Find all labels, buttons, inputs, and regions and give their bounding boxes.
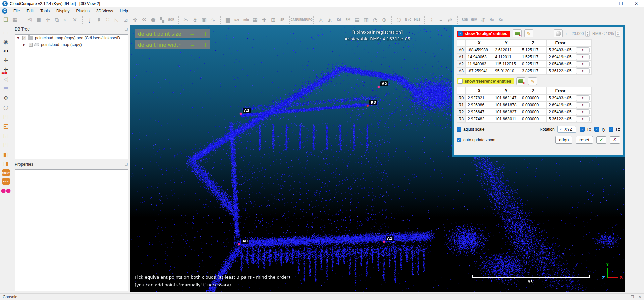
view-back-iso-icon[interactable]: BACK bbox=[2, 178, 10, 185]
table-row[interactable]: R2 2.926647 101.662827 0.000000 2.05436e… bbox=[457, 109, 592, 116]
view-bottom-icon[interactable]: ◨ bbox=[1, 159, 11, 168]
col-header-z[interactable]: Z bbox=[520, 40, 547, 47]
curve-fit-button[interactable]: ⌣ bbox=[436, 16, 445, 24]
auto-update-zoom-checkbox[interactable]: ✓ bbox=[457, 138, 461, 142]
line-width-minus-button[interactable]: − bbox=[186, 42, 195, 48]
delete-point-button[interactable]: ✗ bbox=[576, 54, 590, 60]
facet-export-button[interactable]: ◭ bbox=[325, 16, 334, 24]
db-tree-float-icon[interactable]: ❐ bbox=[125, 27, 128, 31]
table-row[interactable]: A3 -87.259941 95.912010 3.825117 5.36122… bbox=[457, 68, 592, 75]
menu-3d-views[interactable]: 3D Views bbox=[93, 8, 117, 14]
polyline-curve-button[interactable]: ≀ bbox=[427, 16, 436, 24]
zoom-magnifier-icon[interactable]: ○ bbox=[1, 103, 11, 112]
k-ramp-button[interactable]: K⇵ bbox=[496, 16, 505, 24]
show-reference-checkbox[interactable] bbox=[458, 79, 463, 84]
canupo-classify-button[interactable]: CANUPO bbox=[302, 16, 311, 24]
cancel-registration-button[interactable]: ✗ bbox=[610, 136, 620, 144]
gaussian-filter-button[interactable]: μ,σ bbox=[232, 16, 241, 24]
console-float-icon[interactable]: ❐ bbox=[631, 295, 634, 299]
pick-reference-from-entities-button[interactable] bbox=[516, 77, 525, 85]
clipping-box-button[interactable]: ▣ bbox=[200, 16, 209, 24]
view-back-icon[interactable]: ◳ bbox=[1, 140, 11, 149]
sphere-detection-button[interactable] bbox=[554, 29, 563, 37]
point-picking-button[interactable]: ✜ bbox=[130, 16, 140, 24]
hsv-to-sf-button[interactable]: HSV bbox=[469, 16, 478, 24]
scalar-field-button[interactable]: SF bbox=[278, 16, 287, 24]
kd-tree-button[interactable]: Kd bbox=[334, 16, 343, 24]
save-button[interactable]: ▦ bbox=[10, 16, 19, 24]
col-header-y[interactable]: Y bbox=[493, 40, 520, 47]
col-header-y[interactable]: Y bbox=[493, 87, 520, 95]
height-ramp-button[interactable]: ⇵ bbox=[478, 16, 487, 24]
spinner-arrows-icon[interactable]: ▲▼ bbox=[615, 31, 620, 37]
unroll-button[interactable]: ▚ bbox=[158, 16, 167, 24]
show-reference-toggle[interactable]: show 'reference' entities bbox=[457, 78, 514, 84]
pie-chart-button[interactable]: ◔ bbox=[371, 16, 380, 24]
table-row[interactable]: R0 2.927821 101.662147 0.000000 5.39483e… bbox=[457, 95, 592, 102]
open-button[interactable]: ❐ bbox=[1, 16, 10, 24]
delete-point-button[interactable]: ✗ bbox=[576, 68, 590, 74]
console-close-icon[interactable]: ✕ bbox=[639, 295, 641, 299]
visibility-checkbox[interactable]: ✓ bbox=[22, 36, 26, 40]
min-distance-button[interactable]: min bbox=[241, 16, 251, 24]
view-left-icon[interactable]: ◲ bbox=[1, 131, 11, 140]
show-to-align-toggle[interactable]: ✓ show 'to align' entities bbox=[457, 31, 510, 37]
report-page-button[interactable]: ▤ bbox=[353, 16, 362, 24]
properties-list-button[interactable]: ≣ bbox=[34, 16, 43, 24]
delete-point-button[interactable]: ✗ bbox=[576, 102, 590, 108]
col-header-x[interactable]: X bbox=[466, 87, 493, 95]
auto-pick-center-icon[interactable]: ✛auto bbox=[1, 65, 11, 74]
scissors-segment-button[interactable]: ✂ bbox=[181, 16, 191, 24]
reset-button[interactable]: reset bbox=[576, 136, 593, 144]
plugins-puzzle-button[interactable]: ⬡ bbox=[394, 16, 404, 24]
sf-arithmetic-button[interactable]: ⊞ bbox=[269, 16, 278, 24]
properties-float-icon[interactable]: ❐ bbox=[125, 163, 128, 166]
align-button[interactable]: align bbox=[555, 136, 572, 144]
merge-entities-button[interactable]: ⧉ bbox=[52, 16, 61, 24]
ty-checkbox[interactable]: ✓ bbox=[594, 127, 599, 132]
import-structure-button[interactable]: ⇤ bbox=[61, 16, 70, 24]
edit-point-button[interactable]: ✎ bbox=[524, 29, 533, 37]
primitive-factory-button[interactable]: ⬟ bbox=[149, 16, 158, 24]
col-header-z[interactable]: Z bbox=[520, 87, 547, 95]
delete-point-button[interactable]: ✗ bbox=[576, 47, 590, 53]
tx-checkbox[interactable]: ✓ bbox=[580, 127, 585, 132]
close-button[interactable]: ✕ bbox=[629, 0, 644, 7]
menu-help[interactable]: Help bbox=[116, 8, 131, 14]
accept-button[interactable]: ✔ bbox=[596, 136, 606, 144]
zoom-1-1-icon[interactable]: 1:1 bbox=[1, 46, 11, 56]
tree-item-pointcloud-file[interactable]: ▼ ✓ pointcloud_map (copy).pcd (C:/Users/… bbox=[15, 35, 128, 41]
previous-view-icon[interactable]: ◁ bbox=[1, 74, 11, 84]
histogram-button[interactable]: ▆ bbox=[223, 16, 232, 24]
rms-spinbox[interactable]: RMS < 10% ▲▼ bbox=[592, 31, 620, 37]
h-ramp-button[interactable]: H⇵ bbox=[487, 16, 496, 24]
menu-file[interactable]: File bbox=[10, 8, 23, 14]
delete-entity-button[interactable]: ✕ bbox=[70, 16, 79, 24]
edit-reference-point-button[interactable]: ✎ bbox=[528, 77, 537, 85]
table-row[interactable]: A2 11.940063 115.112015 0.225117 2.05436… bbox=[457, 61, 592, 68]
cross-section-button[interactable]: ⊿ bbox=[121, 16, 130, 24]
view-front-icon[interactable]: ◱ bbox=[1, 121, 11, 131]
facet-detection-button[interactable]: ◬ bbox=[316, 16, 325, 24]
trace-polyline-button[interactable]: ∿ bbox=[209, 16, 218, 24]
icp-fine-registration-button[interactable]: ⇞ bbox=[94, 16, 103, 24]
flip-mesh-button[interactable]: ⇄ bbox=[445, 16, 454, 24]
menu-display[interactable]: Display bbox=[53, 8, 73, 14]
add-constant-sf-button[interactable]: ✚ bbox=[260, 16, 269, 24]
clone-entity-button[interactable]: ⎘ bbox=[25, 16, 34, 24]
delete-point-button[interactable]: ✗ bbox=[576, 116, 590, 122]
mls-smoothing-button[interactable]: MLS bbox=[413, 16, 422, 24]
show-to-align-checkbox[interactable]: ✓ bbox=[458, 31, 463, 36]
minimize-button[interactable]: – bbox=[598, 0, 613, 7]
table-row[interactable]: R3 2.927482 101.663011 0.000000 5.36122e… bbox=[457, 116, 592, 123]
pick-from-entities-button[interactable] bbox=[513, 29, 522, 37]
tz-checkbox[interactable]: ✓ bbox=[609, 127, 613, 132]
delete-point-button[interactable]: ✗ bbox=[576, 61, 590, 67]
maximize-button[interactable]: ❐ bbox=[613, 0, 629, 7]
rgb-to-sf-button[interactable]: RGB bbox=[460, 16, 469, 24]
spinner-arrows-icon[interactable]: ▲▼ bbox=[585, 31, 590, 37]
csv-export-button[interactable]: ▥ bbox=[362, 16, 371, 24]
point-pair-register-button[interactable]: ∫ bbox=[85, 16, 94, 24]
col-header-error[interactable]: Error bbox=[547, 40, 574, 47]
stereo-mode-icon[interactable]: ●● bbox=[1, 186, 11, 195]
